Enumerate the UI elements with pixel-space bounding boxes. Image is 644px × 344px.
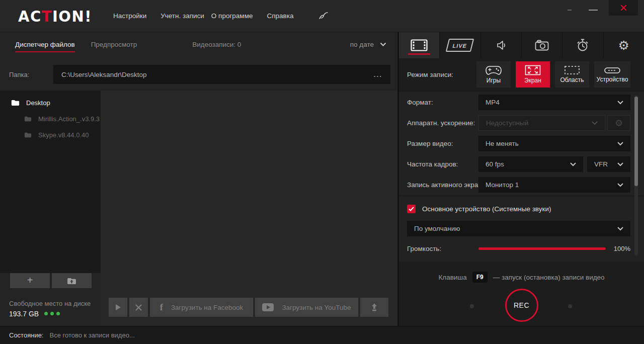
tab-file-manager[interactable]: Диспетчер файлов bbox=[15, 37, 75, 54]
folder-label: Папка: bbox=[9, 71, 53, 78]
video-size-select[interactable]: Не менять bbox=[478, 136, 630, 151]
folder-row: Папка: C:\Users\Aleksandr\Desktop ... bbox=[0, 58, 397, 91]
audio-device-value: По умолчанию bbox=[414, 225, 460, 232]
menu-accounts[interactable]: Учетн. записи bbox=[160, 12, 204, 20]
free-space-label: Свободное место на диске bbox=[9, 299, 101, 308]
menu-about[interactable]: О программе bbox=[211, 12, 253, 20]
window-controls bbox=[568, 0, 644, 32]
logo-accent-letter: T bbox=[42, 7, 52, 25]
sort-dropdown[interactable]: по дате bbox=[350, 41, 386, 50]
delete-button[interactable] bbox=[129, 298, 148, 317]
audio-device-select[interactable]: По умолчанию bbox=[407, 221, 630, 236]
format-value: MP4 bbox=[486, 99, 500, 106]
file-list-area[interactable]: f Загрузить на Facebook Загрузить на You… bbox=[101, 91, 397, 326]
facebook-icon: f bbox=[160, 302, 163, 313]
tab-benchmark[interactable] bbox=[562, 32, 603, 58]
play-icon bbox=[115, 304, 121, 311]
scrollbar-thumb[interactable] bbox=[634, 97, 638, 186]
chevron-down-icon bbox=[617, 227, 623, 231]
pen-tool-icon[interactable] bbox=[318, 12, 330, 21]
add-folder-button[interactable]: + bbox=[10, 273, 50, 288]
audio-device-label: Основное устройство (Системные звуки) bbox=[422, 205, 551, 213]
export-folder-button[interactable] bbox=[52, 273, 92, 288]
format-label: Формат: bbox=[407, 99, 478, 106]
framerate-row: Частота кадров: 60 fps VFR bbox=[399, 154, 644, 175]
disk-status-dot bbox=[56, 312, 60, 315]
rec-button[interactable]: REC bbox=[505, 289, 538, 322]
chevron-down-icon bbox=[617, 101, 623, 105]
tray-minimize-icon[interactable] bbox=[568, 10, 572, 11]
logo-text: ION! bbox=[52, 7, 92, 25]
browse-button[interactable]: ... bbox=[374, 71, 382, 78]
tab-video-recording[interactable] bbox=[399, 32, 440, 58]
folder-icon bbox=[11, 100, 20, 106]
chevron-down-icon bbox=[570, 162, 576, 166]
x-icon bbox=[135, 304, 142, 311]
mode-device-button[interactable]: Устройство bbox=[594, 61, 630, 88]
check-icon bbox=[409, 207, 414, 211]
hw-acceleration-select: Недоступный bbox=[478, 115, 605, 131]
tree-item-desktop[interactable]: Desktop bbox=[0, 95, 101, 111]
folder-icon bbox=[24, 132, 32, 138]
free-space-value: 193.7 GB bbox=[9, 309, 101, 319]
file-manager-panel: Диспетчер файлов Предпросмотр Видеозапис… bbox=[0, 32, 397, 326]
panel-scrollbar[interactable] bbox=[634, 96, 638, 255]
chevron-down-icon bbox=[380, 42, 386, 46]
folder-icon bbox=[24, 116, 32, 122]
framerate-mode-select[interactable]: VFR bbox=[587, 156, 630, 172]
mode-label: Область bbox=[560, 76, 584, 83]
speaker-icon bbox=[495, 39, 507, 51]
menu-help[interactable]: Справка bbox=[267, 12, 293, 20]
audio-settings-card: Основное устройство (Системные звуки) По… bbox=[399, 197, 644, 262]
menu-settings[interactable]: Настройки bbox=[113, 12, 146, 20]
volume-row: Громкость: 100% bbox=[399, 245, 644, 252]
youtube-icon bbox=[262, 303, 274, 311]
video-size-row: Размер видео: Не менять bbox=[399, 133, 644, 154]
rec-side-dot bbox=[568, 304, 572, 308]
upload-youtube-button[interactable]: Загрузить на YouTube bbox=[255, 298, 358, 317]
chevron-down-icon bbox=[592, 121, 598, 125]
tab-live-streaming[interactable]: LIVE bbox=[440, 32, 480, 58]
hw-acceleration-label: Аппаратн. ускорение: bbox=[407, 119, 478, 127]
minimize-button[interactable] bbox=[589, 10, 598, 11]
active-screen-label: Запись активного экрана: bbox=[407, 181, 478, 189]
play-button[interactable] bbox=[109, 298, 127, 317]
volume-value: 100% bbox=[614, 245, 630, 252]
mode-games-button[interactable]: Игры bbox=[476, 61, 511, 88]
hw-settings-button: ⚙ bbox=[607, 115, 630, 131]
facebook-label: Загрузить на Facebook bbox=[171, 304, 243, 311]
folder-path-input[interactable]: C:\Users\Aleksandr\Desktop ... bbox=[53, 65, 390, 84]
export-button[interactable] bbox=[360, 298, 388, 317]
folder-tree: Desktop Mirillis.Action_.v3.9.3 Skype.v8… bbox=[0, 91, 101, 326]
mode-region-button[interactable]: Область bbox=[555, 61, 589, 88]
volume-slider[interactable] bbox=[478, 247, 606, 250]
volume-label: Громкость: bbox=[407, 245, 478, 252]
mode-label: Экран bbox=[524, 77, 541, 84]
sort-label: по дате bbox=[350, 41, 374, 48]
tab-settings[interactable]: ⚙ bbox=[604, 32, 644, 58]
logo-text: AC bbox=[18, 7, 42, 25]
fullscreen-icon bbox=[525, 65, 541, 75]
gear-icon: ⚙ bbox=[615, 119, 623, 128]
audio-device-checkbox[interactable] bbox=[407, 205, 416, 213]
tab-screenshots[interactable] bbox=[522, 32, 562, 58]
record-mode-row: Режим записи: Игры bbox=[399, 58, 644, 91]
mode-screen-button[interactable]: Экран bbox=[516, 61, 550, 88]
tab-preview[interactable]: Предпросмотр bbox=[91, 37, 137, 54]
tree-item-mirillis[interactable]: Mirillis.Action_.v3.9.3 bbox=[0, 111, 101, 127]
plus-icon: + bbox=[27, 275, 33, 285]
recording-tabs: LIVE bbox=[399, 32, 644, 58]
tree-item-skype[interactable]: Skype.v8.44.0.40 bbox=[0, 127, 101, 143]
file-panel-body: Desktop Mirillis.Action_.v3.9.3 Skype.v8… bbox=[0, 91, 397, 326]
folder-upload-icon bbox=[67, 277, 76, 285]
upload-facebook-button[interactable]: f Загрузить на Facebook bbox=[150, 298, 253, 317]
framerate-select[interactable]: 60 fps bbox=[478, 156, 583, 172]
status-value: Все готово к записи видео... bbox=[49, 331, 134, 339]
youtube-label: Загрузить на YouTube bbox=[282, 304, 351, 311]
close-button[interactable] bbox=[609, 0, 638, 16]
close-icon bbox=[620, 5, 627, 11]
format-select[interactable]: MP4 bbox=[478, 95, 630, 110]
tab-audio-recording[interactable] bbox=[481, 32, 522, 58]
monitor-select[interactable]: Монитор 1 bbox=[478, 177, 630, 193]
hotkey-prefix: Клавиша bbox=[438, 274, 466, 281]
